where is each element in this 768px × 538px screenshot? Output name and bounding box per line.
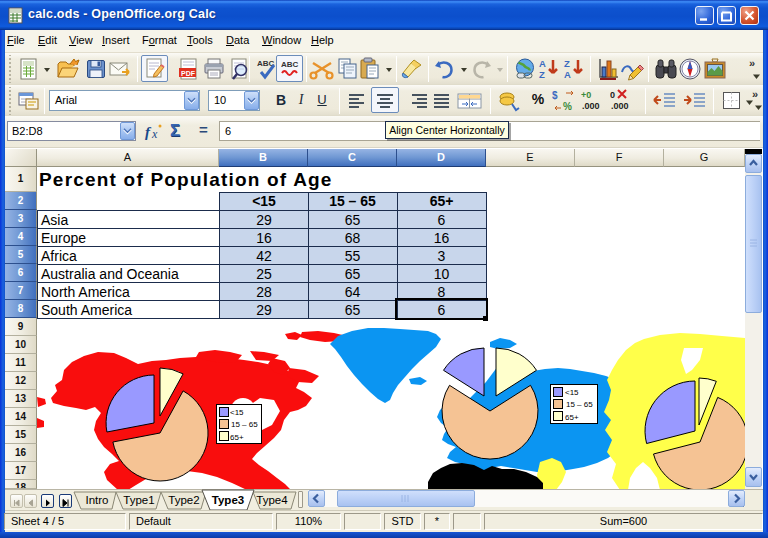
svg-text:$: $ — [552, 90, 558, 101]
svg-text:A: A — [539, 58, 546, 69]
svg-text:Type3: Type3 — [212, 494, 244, 506]
svg-text:.000: .000 — [611, 101, 629, 111]
svg-text:15 – 65: 15 – 65 — [231, 420, 258, 429]
svg-text:65+: 65+ — [230, 433, 244, 442]
svg-text:0: 0 — [610, 90, 615, 100]
svg-text:Type2: Type2 — [168, 494, 199, 506]
svg-text:A: A — [564, 69, 571, 80]
svg-text:Z: Z — [539, 69, 545, 80]
svg-text:f: f — [145, 124, 152, 140]
svg-text:Type1: Type1 — [123, 494, 154, 506]
svg-text:x: x — [151, 127, 158, 141]
svg-text:PDF: PDF — [181, 70, 196, 77]
svg-text:15 – 65: 15 – 65 — [566, 400, 593, 409]
svg-text:Z: Z — [564, 58, 570, 69]
svg-text:ABC: ABC — [281, 60, 299, 69]
svg-text:<15: <15 — [565, 388, 579, 397]
svg-text:+0: +0 — [581, 90, 591, 100]
svg-text:%: % — [563, 101, 572, 112]
svg-text:<15: <15 — [230, 408, 244, 417]
svg-text:65+: 65+ — [565, 413, 579, 422]
svg-text:Intro: Intro — [85, 494, 108, 506]
svg-text:.000: .000 — [582, 101, 600, 111]
svg-text:Type4: Type4 — [256, 494, 288, 506]
